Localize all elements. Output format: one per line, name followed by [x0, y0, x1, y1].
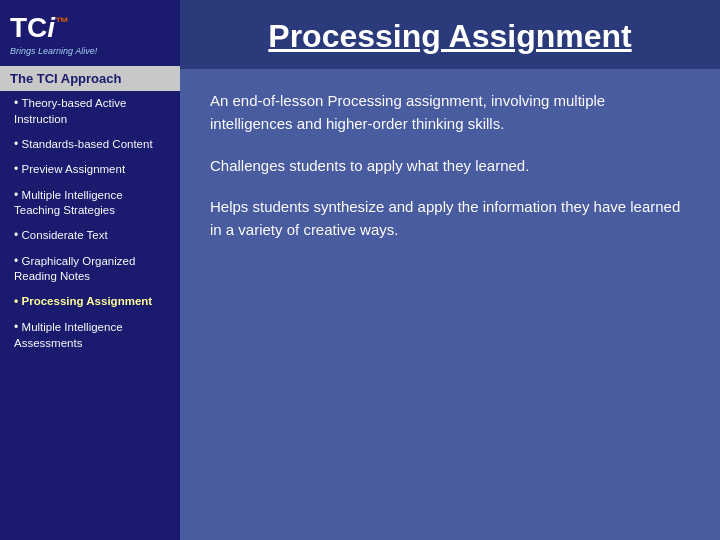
sidebar-item-standards-based[interactable]: Standards-based Content — [0, 132, 180, 158]
sidebar-item-theory-based[interactable]: Theory-based Active Instruction — [0, 91, 180, 132]
paragraph-1: An end-of-lesson Processing assignment, … — [210, 89, 690, 136]
logo-area: TCi™ Brings Learning Alive! — [0, 0, 180, 64]
sidebar-item-multiple-intelligence-assessments[interactable]: Multiple Intelligence Assessments — [0, 315, 180, 356]
sidebar-heading: The TCI Approach — [0, 66, 180, 91]
sidebar: TCi™ Brings Learning Alive! The TCI Appr… — [0, 0, 180, 540]
main-header: Processing Assignment — [180, 0, 720, 69]
paragraph-3: Helps students synthesize and apply the … — [210, 195, 690, 242]
main-body: An end-of-lesson Processing assignment, … — [180, 69, 720, 540]
sidebar-item-processing-assignment[interactable]: Processing Assignment — [0, 289, 180, 315]
logo-tci: TCi — [10, 12, 55, 43]
logo-tagline: Brings Learning Alive! — [10, 46, 97, 56]
logo: TCi™ — [10, 12, 69, 44]
sidebar-item-graphically-organized[interactable]: Graphically Organized Reading Notes — [0, 249, 180, 290]
sidebar-item-preview-assignment[interactable]: Preview Assignment — [0, 157, 180, 183]
paragraph-2: Challenges students to apply what they l… — [210, 154, 690, 177]
main-content: Processing Assignment An end-of-lesson P… — [180, 0, 720, 540]
main-title: Processing Assignment — [210, 18, 690, 55]
sidebar-item-multiple-intelligence[interactable]: Multiple Intelligence Teaching Strategie… — [0, 183, 180, 224]
sidebar-item-considerate-text[interactable]: Considerate Text — [0, 223, 180, 249]
logo-trademark: ™ — [55, 14, 69, 30]
